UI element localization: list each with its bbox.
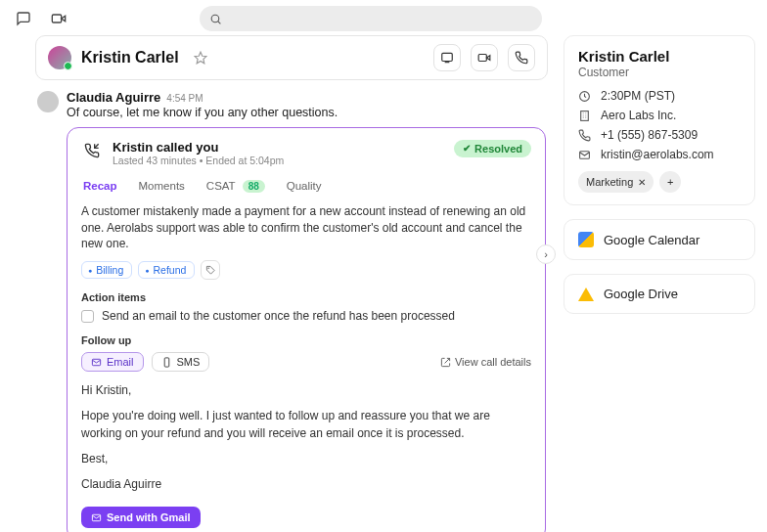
profile-tag-label: Marketing [586, 176, 633, 188]
call-summary-card: Kristin called you Lasted 43 minutes • E… [67, 127, 546, 532]
building-icon [578, 110, 593, 122]
conversation-contact-name: Kristin Carlel [81, 49, 179, 66]
profile-name: Kristin Carlel [578, 48, 741, 65]
message-author: Claudia Aguirre [67, 90, 160, 105]
message-row: Claudia Aguirre 4:54 PM Of course, let m… [35, 90, 548, 532]
tag-billing[interactable]: Billing [81, 261, 132, 279]
conversation-header: Kristin Carlel [35, 35, 548, 80]
svg-rect-0 [52, 15, 61, 22]
svg-point-5 [208, 268, 209, 269]
integration-google-drive[interactable]: Google Drive [564, 274, 755, 314]
svg-rect-15 [581, 111, 589, 120]
tab-recap[interactable]: Recap [81, 178, 119, 194]
integration-label: Google Calendar [604, 233, 699, 247]
action-item-text: Send an email to the customer once the r… [102, 309, 455, 323]
integration-label: Google Drive [604, 287, 678, 301]
svg-rect-4 [478, 55, 486, 62]
send-button-label: Send with Gmail [107, 511, 191, 523]
action-items-heading: Action items [81, 291, 531, 303]
action-item-checkbox[interactable] [81, 310, 94, 323]
tab-csat-label: CSAT [206, 180, 236, 192]
followup-email-label: Email [107, 356, 134, 368]
profile-email: kristin@aerolabs.com [601, 148, 714, 161]
chat-icon[interactable] [12, 7, 35, 30]
status-badge: Resolved [454, 140, 531, 157]
followup-sms-label: SMS [177, 356, 201, 368]
followup-option-email[interactable]: Email [81, 352, 144, 372]
phone-call-icon[interactable] [508, 44, 535, 71]
follow-up-heading: Follow up [81, 334, 531, 346]
send-with-gmail-button[interactable]: Send with Gmail [81, 507, 201, 528]
integration-google-calendar[interactable]: Google Calendar [564, 219, 755, 260]
call-title: Kristin called you [113, 140, 284, 155]
phone-icon [578, 129, 593, 142]
view-call-details-link[interactable]: View call details [440, 356, 531, 368]
remove-tag-icon[interactable]: ✕ [638, 177, 646, 188]
tab-moments[interactable]: Moments [137, 178, 187, 194]
tag-refund[interactable]: Refund [138, 261, 195, 279]
avatar [37, 91, 59, 112]
svg-rect-7 [164, 358, 169, 367]
contact-profile-card: Kristin Carlel Customer 2:30PM (PST) Aer… [564, 35, 755, 205]
google-drive-icon [578, 288, 594, 301]
add-tag-button[interactable] [201, 260, 220, 280]
draft-body: Hope you're doing well. I just wanted to… [81, 407, 531, 442]
view-call-details-label: View call details [455, 356, 531, 368]
incoming-call-icon [81, 140, 103, 161]
svg-rect-3 [442, 53, 453, 61]
search-input[interactable] [200, 6, 542, 31]
screenshare-icon[interactable] [433, 44, 461, 71]
collapse-sidebar-button[interactable]: › [536, 244, 556, 264]
action-item: Send an email to the customer once the r… [81, 309, 531, 323]
profile-time: 2:30PM (PST) [601, 89, 675, 103]
add-profile-tag-button[interactable]: + [659, 171, 681, 193]
draft-signature: Claudia Aguirre [81, 475, 531, 493]
profile-role: Customer [578, 66, 741, 79]
video-call-icon[interactable] [471, 44, 498, 71]
draft-signoff: Best, [81, 450, 531, 467]
tab-csat[interactable]: CSAT 88 [204, 178, 267, 194]
call-summary-text: A customer mistakenly made a payment for… [81, 203, 531, 252]
message-time: 4:54 PM [166, 93, 203, 104]
star-icon[interactable] [189, 46, 212, 69]
google-calendar-icon [578, 232, 594, 247]
profile-company: Aero Labs Inc. [601, 109, 676, 122]
followup-option-sms[interactable]: SMS [152, 352, 210, 372]
tab-quality[interactable]: Quality [285, 178, 324, 194]
profile-phone: +1 (555) 867-5309 [601, 128, 698, 142]
svg-marker-2 [195, 52, 206, 64]
video-icon[interactable] [47, 7, 70, 30]
profile-tag-marketing[interactable]: Marketing ✕ [578, 171, 654, 193]
message-body: Of course, let me know if you any other … [67, 105, 546, 121]
csat-score-badge: 88 [243, 180, 265, 193]
mail-icon [578, 149, 593, 161]
svg-point-1 [211, 15, 219, 22]
avatar [48, 46, 71, 69]
draft-greeting: Hi Kristin, [81, 381, 531, 399]
clock-icon [578, 90, 593, 103]
call-subtitle: Lasted 43 minutes • Ended at 5:04pm [113, 155, 284, 166]
followup-draft: Hi Kristin, Hope you're doing well. I ju… [81, 381, 531, 493]
